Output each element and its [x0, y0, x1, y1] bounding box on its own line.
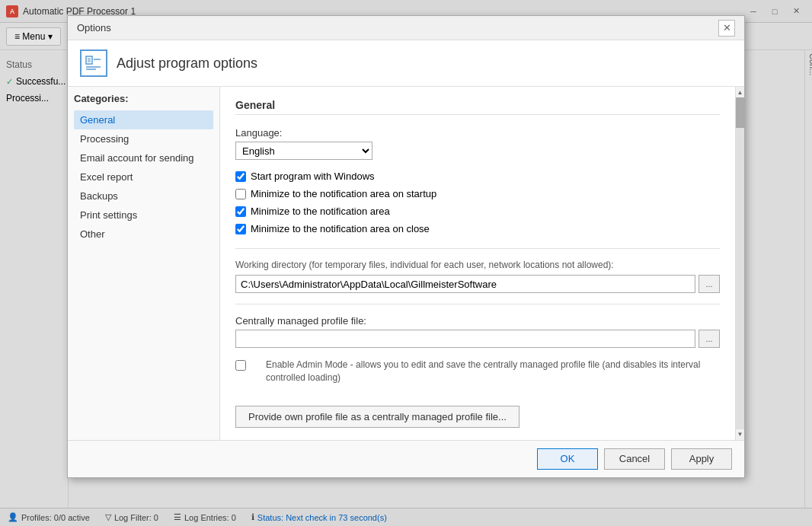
categories-label: Categories:	[74, 93, 213, 104]
centrally-managed-label: Centrally managed profile file:	[235, 315, 720, 327]
category-email[interactable]: Email account for sending	[74, 148, 213, 167]
minimize-startup-checkbox[interactable]: Minimize to the notification area on sta…	[235, 188, 720, 199]
minimize-area-checkbox[interactable]: Minimize to the notification area	[235, 206, 720, 217]
ok-button[interactable]: OK	[537, 448, 598, 470]
working-dir-label: Working directory (for temporary files, …	[235, 260, 720, 270]
content-area: General Language: English German French …	[220, 87, 735, 440]
dialog-overlay: Options ✕ Adjust program options	[0, 0, 812, 526]
divider-1	[235, 248, 720, 249]
checkbox-group: Start program with Windows Minimize to t…	[235, 171, 720, 234]
categories-panel: Categories: General Processing Email acc…	[68, 87, 220, 440]
scroll-up-arrow[interactable]: ▲	[736, 87, 745, 97]
category-general[interactable]: General	[74, 110, 213, 129]
minimize-close-checkbox[interactable]: Minimize to the notification area on clo…	[235, 223, 720, 234]
category-excel[interactable]: Excel report	[74, 167, 213, 186]
divider-2	[235, 304, 720, 304]
centrally-managed-browse-button[interactable]: ...	[699, 330, 720, 348]
content-panel: General Language: English German French …	[220, 87, 735, 440]
app-window: A Automatic PDF Processor 1 ─ □ ✕ ≡ Menu…	[0, 0, 812, 526]
dialog-header: Adjust program options	[68, 40, 744, 87]
dialog-header-icon	[80, 49, 107, 77]
dialog-body: Categories: General Processing Email acc…	[68, 87, 744, 440]
dialog-footer: OK Cancel Apply	[68, 440, 744, 477]
category-print[interactable]: Print settings	[74, 206, 213, 225]
working-dir-input-group: ...	[235, 275, 720, 293]
cancel-button[interactable]: Cancel	[604, 448, 665, 470]
working-dir-input[interactable]	[235, 275, 695, 293]
language-group: Language: English German French Spanish	[235, 127, 720, 160]
admin-mode-label: Enable Admin Mode - allows you to edit a…	[266, 359, 720, 384]
minimize-close-input[interactable]	[235, 224, 246, 234]
start-windows-label: Start program with Windows	[251, 171, 375, 182]
provide-profile-button[interactable]: Provide own profile file as a centrally …	[235, 406, 519, 428]
scroll-track[interactable]	[736, 97, 744, 429]
minimize-startup-input[interactable]	[235, 189, 246, 199]
scroll-thumb[interactable]	[736, 97, 744, 128]
minimize-area-input[interactable]	[235, 206, 246, 217]
dialog-header-title: Adjust program options	[117, 56, 257, 72]
admin-mode-checkbox[interactable]: Enable Admin Mode - allows you to edit a…	[235, 359, 720, 384]
provide-profile-group: Provide own profile file as a centrally …	[235, 397, 720, 428]
minimize-startup-label: Minimize to the notification area on sta…	[251, 188, 436, 199]
options-dialog: Options ✕ Adjust program options	[67, 15, 745, 478]
centrally-managed-group: Centrally managed profile file: ...	[235, 315, 720, 348]
language-label: Language:	[235, 127, 720, 139]
options-icon	[85, 55, 102, 72]
working-dir-browse-button[interactable]: ...	[699, 275, 720, 293]
category-other[interactable]: Other	[74, 225, 213, 244]
language-select[interactable]: English German French Spanish	[235, 142, 372, 160]
minimize-close-label: Minimize to the notification area on clo…	[251, 223, 430, 234]
scroll-down-arrow[interactable]: ▼	[736, 429, 745, 440]
start-windows-checkbox[interactable]: Start program with Windows	[235, 171, 720, 182]
category-processing[interactable]: Processing	[74, 129, 213, 148]
svg-rect-1	[88, 58, 91, 62]
category-backups[interactable]: Backups	[74, 186, 213, 206]
start-windows-input[interactable]	[235, 171, 246, 182]
centrally-managed-input-group: ...	[235, 330, 720, 348]
centrally-managed-input[interactable]	[235, 330, 695, 348]
admin-mode-input[interactable]	[235, 360, 246, 371]
dialog-titlebar: Options ✕	[68, 16, 744, 40]
minimize-area-label: Minimize to the notification area	[251, 206, 390, 217]
apply-button[interactable]: Apply	[671, 448, 732, 470]
working-dir-group: Working directory (for temporary files, …	[235, 260, 720, 293]
dialog-close-button[interactable]: ✕	[718, 20, 735, 37]
scrollbar[interactable]: ▲ ▼	[735, 87, 744, 440]
dialog-title: Options	[77, 22, 718, 33]
section-title: General	[235, 99, 720, 115]
